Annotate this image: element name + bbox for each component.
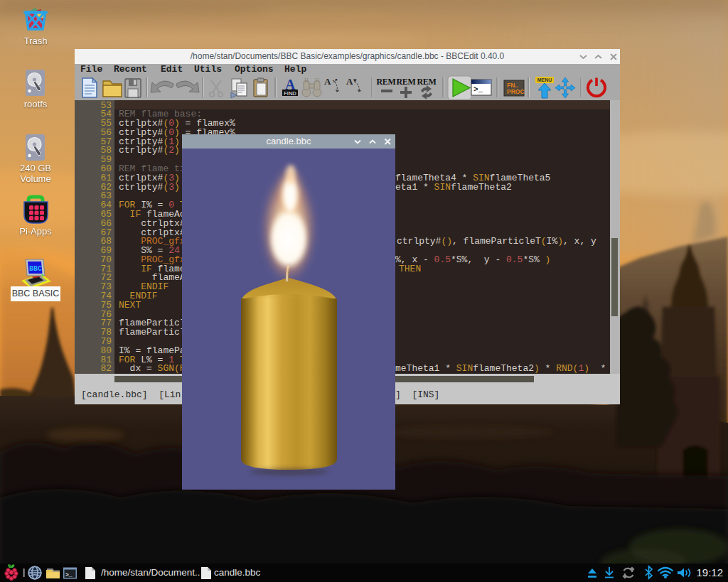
svg-text:REM: REM: [376, 77, 395, 87]
svg-text:H: H: [315, 77, 319, 84]
svg-text:BBC: BBC: [29, 265, 42, 273]
svg-text:>_: >_: [473, 85, 483, 94]
svg-text:FIND: FIND: [284, 90, 296, 97]
svg-text:B: B: [336, 90, 341, 99]
svg-text:B: B: [358, 90, 363, 99]
svg-text:PROC: PROC: [507, 88, 525, 95]
svg-text:REM: REM: [396, 77, 415, 87]
svg-text:>_: >_: [65, 571, 73, 578]
svg-text:H: H: [304, 77, 309, 84]
svg-text:MENU: MENU: [537, 77, 552, 82]
svg-text:↗: ↗: [333, 77, 338, 84]
svg-text:A: A: [324, 76, 331, 87]
svg-text:A: A: [346, 76, 353, 87]
svg-text:▾: ▾: [353, 77, 357, 84]
svg-text:REM: REM: [417, 77, 436, 87]
